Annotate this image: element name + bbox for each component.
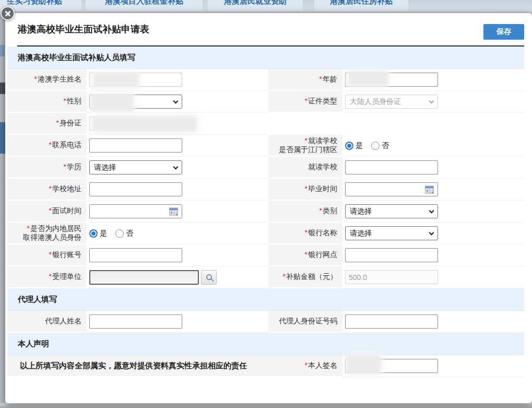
mainland-identity-yes-radio[interactable]: 是: [89, 229, 107, 238]
application-form-dialog: 港澳高校毕业生面试补贴申请表 保存 港澳高校毕业生面试补贴人员填写 港澳学生姓名…: [5, 13, 532, 403]
graduation-date-input[interactable]: [345, 182, 438, 196]
field-label-age: 年龄: [320, 75, 337, 84]
tab-label: 生实习资助补贴: [0, 0, 81, 6]
chevron-down-icon: [173, 164, 179, 169]
field-label-bank-branch: 银行网点: [305, 250, 337, 260]
bank-name-select-value: 请选择: [350, 229, 372, 238]
school-address-input[interactable]: [89, 182, 182, 196]
bank-account-input[interactable]: [89, 248, 182, 262]
form-row: 学校地址 毕业时间: [7, 179, 524, 201]
id-type-select: 大陆人员身份证: [345, 95, 438, 109]
calendar-icon[interactable]: [425, 185, 434, 193]
section-heading-declaration: 本人声明: [7, 333, 524, 355]
phone-input[interactable]: [89, 138, 182, 153]
mainland-identity-no-radio[interactable]: 否: [115, 229, 133, 238]
search-icon: [206, 274, 212, 280]
field-label-education: 学历: [64, 162, 81, 172]
tab-label: 港澳项目入驻租金补贴: [86, 0, 203, 6]
field-label-school-address: 学校地址: [49, 184, 81, 194]
form-row: 代理人姓名 代理人身份证号码: [7, 311, 524, 333]
section-heading-applicant: 港澳高校毕业生面试补贴人员填写: [7, 46, 524, 69]
section-heading-agent: 代理人填写: [7, 288, 524, 311]
agent-id-input[interactable]: [345, 314, 438, 329]
category-select-value: 请选择: [350, 207, 372, 216]
field-label-mainland-identity-2: 取得港澳人员身份: [23, 233, 81, 242]
accepting-unit-search-button[interactable]: [201, 270, 217, 285]
declaration-statement: 以上所填写内容全部属实，愿意对提供资料真实性承担相应的责任: [20, 361, 247, 371]
field-label-id-type: 证件类型: [305, 97, 337, 106]
background-tab-bar: 生实习资助补贴 港澳项目入驻租金补贴 港澳居民就业资助 港澳居民住房补贴: [0, 0, 532, 11]
dialog-title: 港澳高校毕业生面试补贴申请表: [18, 23, 149, 36]
field-label-agent-name: 代理人姓名: [45, 317, 81, 326]
background-page-bottom-edge: [0, 403, 532, 408]
redaction-blur: [92, 95, 133, 111]
field-label-school-in-district-2: 是否属于江门辖区: [279, 145, 337, 155]
school-in-district-no-radio[interactable]: 否: [371, 141, 389, 150]
accepting-unit-input: [89, 270, 199, 285]
form-row: 以上所填写内容全部属实，愿意对提供资料真实性承担相应的责任 本人签名: [7, 355, 524, 377]
tab-label: 港澳居民住房补贴: [314, 0, 408, 6]
education-select-value: 请选择: [94, 163, 116, 172]
field-label-mainland-identity-1: 是否为内地居民: [27, 224, 81, 234]
redaction-blur: [349, 72, 387, 85]
field-label-agent-id: 代理人身份证号码: [279, 317, 337, 326]
chevron-down-icon: [173, 98, 179, 103]
dialog-header: 港澳高校毕业生面试补贴申请表 保存: [5, 13, 532, 45]
form-row: 银行账号 银行网点: [7, 244, 524, 266]
form-row: 面试时间 类别 请选择: [7, 201, 524, 223]
field-label-school: 就读学校: [308, 162, 337, 172]
redaction-blur: [347, 355, 380, 373]
bank-name-select[interactable]: 请选择: [345, 226, 438, 240]
field-label-accepting-unit: 受理单位: [49, 272, 81, 282]
agent-name-input[interactable]: [89, 314, 182, 329]
chevron-down-icon: [429, 230, 434, 235]
chevron-down-icon: [429, 208, 434, 213]
form-row: 性别 证件类型 大陆人员身份证: [7, 91, 524, 113]
field-label-signature: 本人签名: [305, 361, 337, 370]
chevron-down-icon: [429, 98, 434, 103]
field-label-school-in-district-1: 就读学校: [305, 136, 337, 146]
radio-unselected-icon: [371, 142, 380, 150]
declaration-cell: 以上所填写内容全部属实，愿意对提供资料真实性承担相应的责任 本人签名: [7, 355, 342, 377]
form-row: 受理单位 补贴金额（元）: [7, 266, 524, 288]
field-label-subsidy-amount: 补贴金额（元）: [283, 272, 337, 282]
calendar-icon[interactable]: [169, 207, 178, 215]
school-in-district-yes-radio[interactable]: 是: [345, 141, 363, 150]
field-label-id-card: 身份证: [56, 119, 81, 128]
background-page-fragment: [0, 122, 5, 154]
interview-date-input[interactable]: [89, 204, 182, 218]
mainland-identity-radio-group: 是 否: [89, 229, 141, 238]
background-page-fragment: [0, 45, 5, 56]
education-select[interactable]: 请选择: [89, 160, 182, 174]
radio-unselected-icon: [115, 229, 124, 238]
tab-resident-employment-subsidy[interactable]: 港澳居民就业资助: [208, 0, 303, 11]
bank-branch-input[interactable]: [345, 248, 438, 262]
form-row: 身份证: [7, 113, 524, 135]
form-row: 是否为内地居民 取得港澳人员身份 是 否: [7, 223, 524, 244]
id-type-select-value: 大陆人员身份证: [350, 97, 401, 107]
tab-project-rent-subsidy[interactable]: 港澳项目入驻租金补贴: [86, 0, 203, 11]
form-row: 学历 请选择 就读学校: [7, 157, 524, 179]
tab-resident-housing-subsidy[interactable]: 港澳居民住房补贴: [314, 0, 408, 11]
field-label-bank-account: 银行账号: [49, 250, 81, 260]
empty-cell: [268, 113, 524, 135]
radio-selected-icon: [89, 229, 98, 238]
subsidy-amount-input: [345, 270, 438, 284]
redaction-blur: [93, 117, 196, 131]
category-select[interactable]: 请选择: [345, 204, 438, 218]
background-page-edge: [0, 11, 5, 408]
field-label-gender: 性别: [64, 97, 81, 106]
field-label-category: 类别: [320, 206, 337, 216]
field-label-graduation-date: 毕业时间: [305, 184, 337, 194]
form-row: 联系电话 就读学校 是否属于江门辖区 是: [7, 135, 524, 157]
school-input[interactable]: [345, 160, 438, 174]
save-button[interactable]: 保存: [483, 24, 524, 40]
field-label-student-name: 港澳学生姓名: [34, 75, 81, 84]
field-label-phone: 联系电话: [49, 141, 81, 150]
field-label-bank-name: 银行名称: [305, 228, 337, 238]
redaction-blur: [94, 74, 138, 86]
form-area: 港澳高校毕业生面试补贴人员填写 港澳学生姓名 年龄 性别: [7, 46, 524, 377]
field-label-interview-date: 面试时间: [49, 206, 81, 216]
background-page-fragment: [0, 83, 5, 94]
school-in-district-radio-group: 是 否: [345, 141, 397, 150]
